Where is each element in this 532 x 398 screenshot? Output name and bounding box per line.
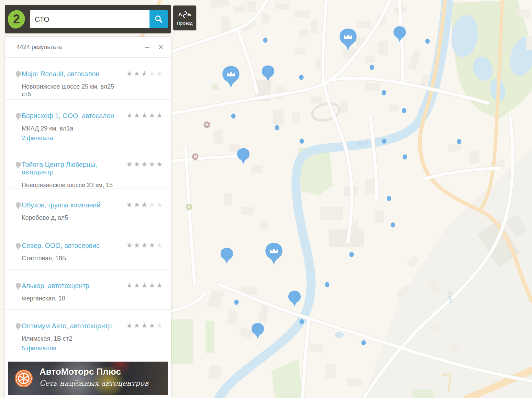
map-dot-marker[interactable] bbox=[457, 139, 462, 144]
map-dot-marker[interactable] bbox=[300, 319, 304, 325]
map-dot-marker[interactable] bbox=[231, 114, 236, 119]
map-dot-marker[interactable] bbox=[325, 282, 330, 287]
star-icon: ★ bbox=[126, 241, 134, 249]
ad-banner[interactable]: АвтоМоторс Плюс Сеть надёжных автоцентро… bbox=[8, 362, 168, 395]
star-icon: ★ bbox=[149, 111, 156, 120]
map-dot-marker[interactable] bbox=[370, 65, 374, 70]
result-name-link[interactable]: Борисхоф 1, ООО, автосалон bbox=[22, 112, 114, 120]
route-button[interactable]: А Б Проезд bbox=[173, 5, 196, 30]
rating-stars: ★★★★★ bbox=[126, 69, 164, 78]
star-icon: ★ bbox=[134, 321, 141, 330]
result-row: Major Renault, автосалон★★★★★Новорижское… bbox=[5, 58, 171, 100]
list-pin-icon bbox=[15, 71, 21, 79]
star-icon: ★ bbox=[141, 69, 149, 78]
map-dot-marker[interactable] bbox=[391, 223, 395, 228]
map-dot-marker[interactable] bbox=[402, 108, 407, 113]
map-dot-marker[interactable] bbox=[263, 38, 268, 43]
ad-title: АвтоМоторс Плюс bbox=[40, 366, 148, 377]
search-input[interactable] bbox=[30, 10, 149, 28]
result-address: Ферганская, 10 bbox=[22, 295, 119, 303]
star-icon: ★ bbox=[134, 281, 141, 289]
wheel-logo-icon bbox=[14, 369, 33, 388]
rating-stars: ★★★★★ bbox=[126, 111, 164, 120]
star-icon: ★ bbox=[156, 281, 164, 289]
ad-subtitle: Сеть надёжных автоцентров bbox=[40, 379, 148, 387]
star-icon: ★ bbox=[156, 69, 164, 78]
rating-stars: ★★★★★ bbox=[126, 241, 164, 249]
app-logo-text: 2 bbox=[13, 13, 20, 25]
result-name-link[interactable]: Тойота Центр Люберцы, автоцентр bbox=[22, 161, 119, 176]
star-icon: ★ bbox=[149, 241, 156, 249]
map-dot-marker[interactable] bbox=[234, 300, 239, 305]
star-icon: ★ bbox=[141, 321, 149, 330]
star-icon: ★ bbox=[126, 201, 134, 209]
rating-stars: ★★★★★ bbox=[126, 201, 164, 209]
result-name-link[interactable]: Оптимум Авто, автотехцентр bbox=[22, 322, 112, 330]
map-dot-marker[interactable] bbox=[382, 90, 386, 95]
result-name-link[interactable]: Алькор, автотехцентр bbox=[22, 282, 89, 289]
rating-stars: ★★★★★ bbox=[126, 321, 164, 330]
star-icon: ★ bbox=[126, 321, 134, 330]
star-icon: ★ bbox=[156, 160, 164, 168]
list-pin-icon bbox=[15, 161, 21, 170]
result-address: Новорижское шоссе 25 км, вл25 ст5 bbox=[22, 83, 119, 98]
result-name-link[interactable]: Major Renault, автосалон bbox=[22, 70, 99, 78]
result-branches-link[interactable]: 2 филиала bbox=[22, 135, 53, 142]
map-dot-marker[interactable] bbox=[362, 340, 366, 345]
star-icon: ★ bbox=[156, 241, 164, 249]
star-icon: ★ bbox=[156, 201, 164, 209]
result-name-link[interactable]: Север, ООО, автосервис bbox=[22, 242, 100, 249]
search-icon bbox=[154, 15, 163, 24]
result-row: Алькор, автотехцентр★★★★★Ферганская, 10 bbox=[5, 270, 171, 310]
result-row: Борисхоф 1, ООО, автосалон★★★★★МКАД 29 к… bbox=[5, 100, 171, 148]
ad-banner-container: АвтоМоторс Плюс Сеть надёжных автоцентро… bbox=[5, 359, 171, 398]
app-logo[interactable]: 2 bbox=[6, 8, 27, 30]
map-dot-marker[interactable] bbox=[300, 139, 304, 144]
list-pin-icon bbox=[15, 283, 21, 291]
star-icon: ★ bbox=[141, 201, 149, 209]
map-dot-marker[interactable] bbox=[350, 252, 354, 257]
star-icon: ★ bbox=[141, 111, 149, 120]
star-icon: ★ bbox=[156, 111, 164, 120]
minimize-panel-button[interactable]: – bbox=[141, 41, 153, 53]
route-button-label: Проезд bbox=[177, 21, 193, 26]
result-address: Стартовая, 18Б bbox=[22, 255, 119, 262]
star-icon: ★ bbox=[141, 160, 149, 168]
search-bar: 2 bbox=[5, 5, 171, 33]
close-panel-button[interactable]: × bbox=[155, 41, 167, 53]
star-icon: ★ bbox=[141, 281, 149, 289]
star-icon: ★ bbox=[149, 281, 156, 289]
route-a-b-icon: А Б bbox=[178, 10, 192, 19]
star-icon: ★ bbox=[141, 241, 149, 249]
result-row: Север, ООО, автосервис★★★★★Стартовая, 18… bbox=[5, 229, 171, 270]
map-dot-marker[interactable] bbox=[425, 39, 430, 44]
result-address: Новорязанское шоссе 23 км, 15 bbox=[22, 182, 119, 189]
result-name-link[interactable]: Обухов, группа компаний bbox=[22, 201, 100, 209]
result-branches-link[interactable]: 5 филиалов bbox=[22, 345, 56, 352]
result-row: Тойота Центр Люберцы, автоцентр★★★★★Ново… bbox=[5, 148, 171, 189]
results-panel: 4424 результата – × Major Renault, автос… bbox=[5, 37, 171, 398]
list-pin-icon bbox=[15, 323, 21, 331]
svg-text:А: А bbox=[178, 11, 182, 17]
map-dot-marker[interactable] bbox=[275, 125, 279, 130]
list-pin-icon bbox=[15, 242, 21, 251]
results-count: 4424 результата bbox=[16, 44, 141, 51]
star-icon: ★ bbox=[134, 160, 141, 168]
star-icon: ★ bbox=[126, 69, 134, 78]
star-icon: ★ bbox=[126, 111, 134, 120]
map-dot-marker[interactable] bbox=[382, 139, 387, 144]
search-button[interactable] bbox=[149, 10, 168, 28]
star-icon: ★ bbox=[149, 321, 156, 330]
star-icon: ★ bbox=[126, 281, 134, 289]
map-dot-marker[interactable] bbox=[387, 196, 391, 201]
list-pin-icon bbox=[15, 202, 21, 210]
map-dot-marker[interactable] bbox=[403, 155, 407, 160]
ad-text-block: АвтоМоторс Плюс Сеть надёжных автоцентро… bbox=[40, 366, 148, 387]
star-icon: ★ bbox=[149, 69, 156, 78]
map-dot-marker[interactable] bbox=[299, 75, 304, 80]
result-row: Обухов, группа компаний★★★★★Коробово д, … bbox=[5, 189, 171, 229]
star-icon: ★ bbox=[134, 69, 141, 78]
list-pin-icon bbox=[15, 113, 21, 121]
result-address: Илимская, 1Б ст2 bbox=[22, 335, 119, 343]
star-icon: ★ bbox=[134, 241, 141, 249]
